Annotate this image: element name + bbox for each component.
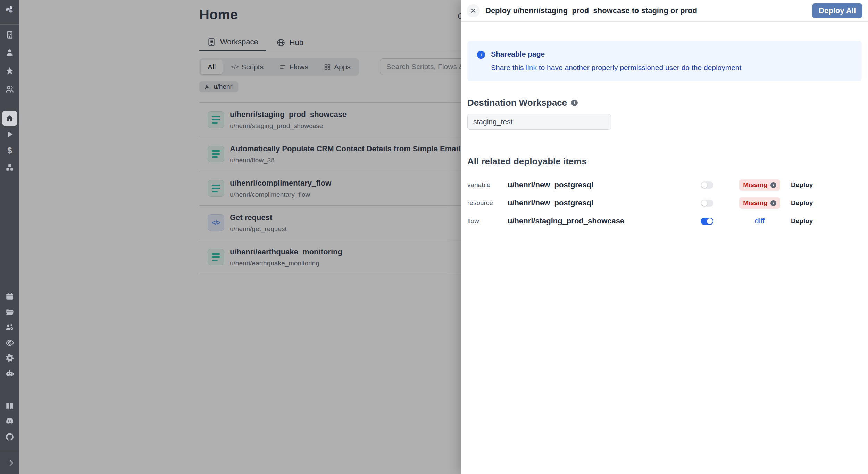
deployable-row: variable u/henri/new_postgresql Missing … <box>467 176 862 194</box>
close-icon <box>470 8 476 14</box>
info-icon: i <box>477 51 485 59</box>
github-icon[interactable] <box>5 432 14 441</box>
schedules-calendar-icon[interactable] <box>5 292 14 301</box>
missing-info-icon[interactable]: i <box>770 200 776 206</box>
workspace-building-icon[interactable] <box>5 30 14 39</box>
user-icon[interactable] <box>5 48 14 57</box>
destination-workspace-label: Destination Workspace <box>467 98 567 108</box>
deployable-items-heading: All related deployable items <box>467 156 862 167</box>
sidebar-divider <box>0 24 19 25</box>
missing-status-badge: Missing i <box>739 197 780 209</box>
deployable-rows: variable u/henri/new_postgresql Missing … <box>467 176 862 230</box>
shareable-page-info-box: i Shareable page Share this link to have… <box>467 41 862 81</box>
missing-label: Missing <box>743 199 768 207</box>
sidebar-divider <box>0 451 19 451</box>
missing-status-badge: Missing i <box>739 179 780 191</box>
destination-workspace-heading: Destination Workspace i <box>467 98 862 108</box>
deployable-path: u/henri/staging_prod_showcase <box>508 217 701 226</box>
info-body-prefix: Share this <box>491 64 524 71</box>
info-body-suffix: to have another properly permissioned us… <box>539 64 742 71</box>
deployable-kind: flow <box>467 217 508 225</box>
expand-arrow-icon[interactable] <box>5 458 14 467</box>
info-title: Shareable page <box>491 50 741 58</box>
deployable-row: resource u/henri/new_postgresql Missing … <box>467 194 862 212</box>
deploy-toggle-off[interactable] <box>701 181 713 189</box>
info-body: Share this link to have another properly… <box>491 64 741 72</box>
deploy-button[interactable]: Deploy <box>791 217 824 225</box>
share-link[interactable]: link <box>526 64 537 71</box>
folders-icon[interactable] <box>5 307 14 316</box>
settings-gear-icon[interactable] <box>5 353 14 362</box>
diff-link[interactable]: diff <box>755 217 765 226</box>
workers-robot-icon[interactable] <box>5 369 14 378</box>
drawer-header: Deploy u/henri/staging_prod_showcase to … <box>461 0 868 22</box>
deployable-row: flow u/henri/staging_prod_showcase diff … <box>467 212 862 230</box>
windmill-logo-icon[interactable] <box>5 5 14 14</box>
deploy-button[interactable]: Deploy <box>791 181 824 189</box>
audit-eye-icon[interactable] <box>5 338 14 347</box>
deploy-button[interactable]: Deploy <box>791 199 824 207</box>
deploy-all-button[interactable]: Deploy All <box>812 3 862 18</box>
resources-cubes-icon[interactable] <box>5 163 14 172</box>
destination-info-icon[interactable]: i <box>571 100 578 106</box>
discord-icon[interactable] <box>5 416 14 425</box>
variables-dollar-icon[interactable]: $ <box>5 146 14 155</box>
users-icon[interactable] <box>5 85 14 94</box>
deployable-path: u/henri/new_postgresql <box>508 180 701 189</box>
groups-icon[interactable] <box>5 323 14 332</box>
deployable-path: u/henri/new_postgresql <box>508 198 701 208</box>
deploy-toggle-off[interactable] <box>701 200 713 207</box>
close-button[interactable] <box>467 4 480 17</box>
runs-play-icon[interactable] <box>5 130 14 139</box>
missing-info-icon[interactable]: i <box>770 182 776 188</box>
deployable-kind: variable <box>467 181 508 189</box>
destination-workspace-input[interactable] <box>467 114 611 130</box>
deployable-kind: resource <box>467 199 508 207</box>
home-icon[interactable] <box>2 111 17 126</box>
deploy-toggle-on[interactable] <box>701 218 713 225</box>
docs-book-icon[interactable] <box>5 401 14 410</box>
sidebar: $ <box>0 0 19 474</box>
favorites-star-icon[interactable] <box>5 66 14 75</box>
missing-label: Missing <box>743 181 768 189</box>
deploy-drawer: Deploy u/henri/staging_prod_showcase to … <box>461 0 868 474</box>
drawer-title: Deploy u/henri/staging_prod_showcase to … <box>485 6 807 15</box>
